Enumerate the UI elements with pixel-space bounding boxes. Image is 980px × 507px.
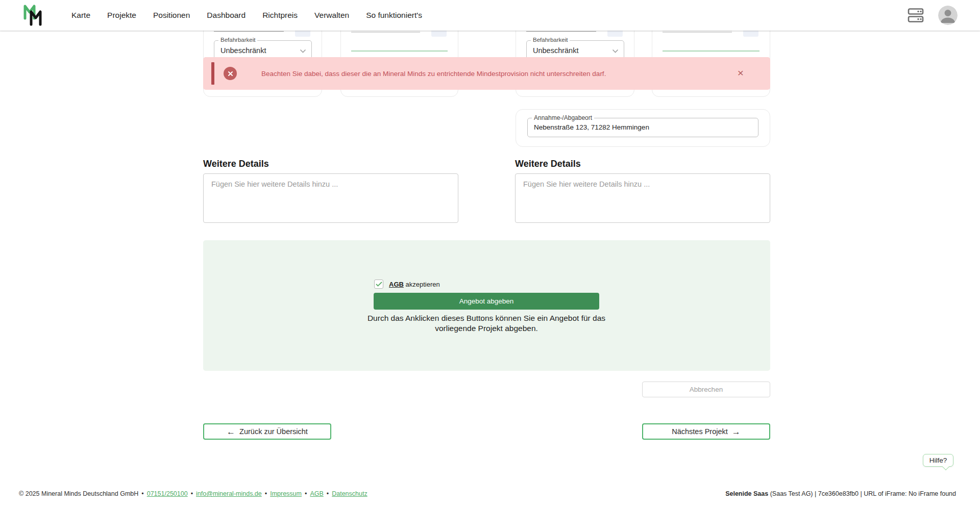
footer-email-link[interactable]: info@mineral-minds.de xyxy=(196,490,262,497)
nav-item-positionen[interactable]: Positionen xyxy=(153,11,190,20)
help-bubble[interactable]: Hilfe? xyxy=(923,454,953,467)
annahme-card: Annahme-/Abgabeort Nebenstraße 123, 7128… xyxy=(516,109,770,147)
user-avatar[interactable] xyxy=(938,6,958,25)
top-navbar: Karte Projekte Positionen Dashboard Rich… xyxy=(0,0,980,31)
footer-separator: • xyxy=(191,490,193,497)
select-label: Befahrbarkeit xyxy=(218,37,257,43)
nav-item-karte[interactable]: Karte xyxy=(71,11,90,20)
help-label: Hilfe? xyxy=(929,457,947,464)
nav-item-verwalten[interactable]: Verwalten xyxy=(314,11,349,20)
footer-copyright: © 2025 Mineral Minds Deutschland GmbH xyxy=(19,490,138,497)
agb-label: AGB akzeptieren xyxy=(389,281,440,288)
nav-item-so-funktionierts[interactable]: So funktioniert's xyxy=(366,11,422,20)
agb-checkbox[interactable] xyxy=(374,280,383,289)
offer-description-line1: Durch das Anklicken dieses Buttons könne… xyxy=(366,313,606,323)
cancel-button[interactable]: Abbrechen xyxy=(642,382,770,397)
nav-item-dashboard[interactable]: Dashboard xyxy=(207,11,246,20)
footer-right: Selenide Saas (Saas Test AG) | 7ce360e83… xyxy=(725,490,956,497)
field-value: Nebenstraße 123, 71282 Hemmingen xyxy=(534,123,649,131)
next-button-label: Nächstes Projekt xyxy=(672,427,728,436)
submit-offer-button[interactable]: Angebot abgeben xyxy=(374,293,599,310)
page: Karte Projekte Positionen Dashboard Rich… xyxy=(0,0,980,507)
nav-item-projekte[interactable]: Projekte xyxy=(107,11,136,20)
footer-impressum-link[interactable]: Impressum xyxy=(270,490,302,497)
arrow-right-icon: → xyxy=(732,427,741,436)
details-textarea-left[interactable] xyxy=(203,173,458,223)
select-value: Unbeschränkt xyxy=(533,46,578,55)
offer-panel: AGB akzeptieren Angebot abgeben Durch da… xyxy=(203,240,770,371)
select-value: Unbeschränkt xyxy=(220,46,266,55)
details-title-right: Weitere Details xyxy=(515,159,581,169)
mineral-minds-logo[interactable] xyxy=(22,4,44,27)
footer-separator: • xyxy=(141,490,143,497)
navbar-right xyxy=(908,0,958,31)
offer-description: Durch das Anklicken dieses Buttons könne… xyxy=(366,313,606,334)
footer-separator: • xyxy=(305,490,307,497)
error-accent-bar xyxy=(211,62,214,85)
close-icon[interactable]: × xyxy=(738,66,744,80)
input-underline xyxy=(663,50,760,52)
nav-item-richtpreis[interactable]: Richtpreis xyxy=(262,11,298,20)
footer-separator: • xyxy=(265,490,267,497)
footer-meta: (Saas Test AG) | 7ce360e83fb0 | URL of i… xyxy=(768,490,956,497)
footer-phone-link[interactable]: 07151/250100 xyxy=(147,490,188,497)
help-bubble-tail xyxy=(942,463,949,470)
server-icon[interactable] xyxy=(908,8,924,23)
chevron-down-icon xyxy=(612,49,619,53)
select-label: Befahrbarkeit xyxy=(531,37,570,43)
footer-left: © 2025 Mineral Minds Deutschland GmbH • … xyxy=(19,490,368,497)
input-underline xyxy=(351,50,448,52)
details-textarea-right[interactable] xyxy=(515,173,770,223)
footer-agb-link[interactable]: AGB xyxy=(310,490,323,497)
error-circle-icon xyxy=(224,67,237,80)
back-to-overview-button[interactable]: ← Zurück zur Übersicht xyxy=(203,423,331,440)
error-message: Beachten Sie dabei, dass dieser die an M… xyxy=(261,70,606,78)
next-project-button[interactable]: Nächstes Projekt → xyxy=(642,423,770,440)
error-banner: Beachten Sie dabei, dass dieser die an M… xyxy=(203,57,770,90)
agb-row: AGB akzeptieren xyxy=(374,280,440,289)
annahme-abgabeort-field[interactable]: Annahme-/Abgabeort Nebenstraße 123, 7128… xyxy=(527,118,758,137)
agb-link[interactable]: AGB xyxy=(389,281,404,288)
back-button-label: Zurück zur Übersicht xyxy=(239,427,308,436)
chevron-down-icon xyxy=(300,49,306,53)
arrow-left-icon: ← xyxy=(227,427,235,436)
details-title-left: Weitere Details xyxy=(203,159,269,169)
agb-label-suffix: akzeptieren xyxy=(404,281,440,288)
offer-description-line2: vorliegende Projekt abgeben. xyxy=(366,323,606,334)
field-label: Annahme-/Abgabeort xyxy=(532,114,594,121)
footer-brand: Selenide Saas xyxy=(725,490,768,497)
main-navigation: Karte Projekte Positionen Dashboard Rich… xyxy=(71,11,422,20)
footer-datenschutz-link[interactable]: Datenschutz xyxy=(332,490,367,497)
footer-separator: • xyxy=(327,490,329,497)
